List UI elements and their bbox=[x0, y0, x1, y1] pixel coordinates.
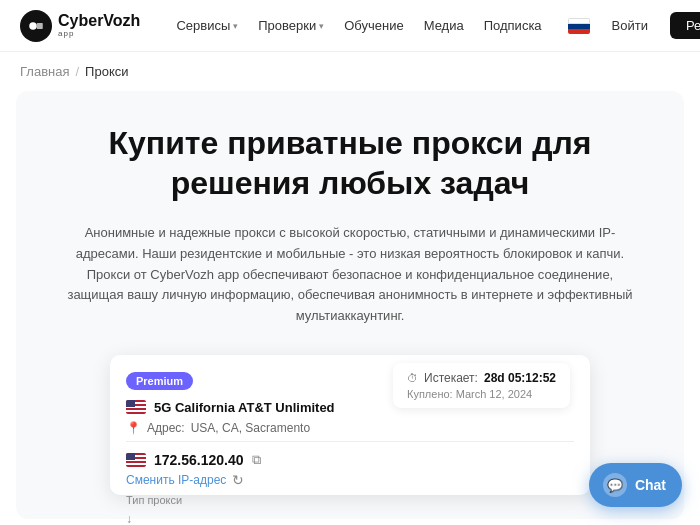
hero-description: Анонимные и надежные прокси с высокой ск… bbox=[60, 223, 640, 327]
clock-icon: ⏱ bbox=[407, 372, 418, 384]
proxy-address-row: 📍 Адрес: USA, CA, Sacramento bbox=[126, 421, 574, 435]
expires-label: Истекает: bbox=[424, 371, 478, 385]
divider-line bbox=[126, 441, 574, 442]
proxy-preview: Premium 5G California AT&T Unlimited 📍 А… bbox=[36, 355, 664, 495]
proxy-name: 5G California AT&T Unlimited bbox=[154, 400, 335, 415]
main-header: CyberVozh app Сервисы ▾ Проверки ▾ Обуче… bbox=[0, 0, 700, 52]
header-right: Войти Регистрация bbox=[568, 12, 700, 39]
breadcrumb-separator: / bbox=[75, 64, 79, 79]
breadcrumb-current: Прокси bbox=[85, 64, 128, 79]
nav-item-education[interactable]: Обучение bbox=[336, 12, 411, 39]
nav-item-media[interactable]: Медиа bbox=[416, 12, 472, 39]
chevron-down-icon: ▾ bbox=[233, 21, 238, 31]
change-ip-link[interactable]: Сменить IP-адрес bbox=[126, 473, 226, 487]
pin-icon: 📍 bbox=[126, 421, 141, 435]
svg-rect-1 bbox=[37, 23, 43, 29]
expires-panel: ⏱ Истекает: 28d 05:12:52 Куплено: March … bbox=[393, 363, 570, 408]
us-flag-icon bbox=[126, 400, 146, 414]
ip-flag-icon bbox=[126, 453, 146, 467]
language-flag[interactable] bbox=[568, 18, 590, 34]
expires-row: ⏱ Истекает: 28d 05:12:52 bbox=[407, 371, 556, 385]
chat-bubble-icon: 💬 bbox=[603, 473, 627, 497]
expires-value: 28d 05:12:52 bbox=[484, 371, 556, 385]
bought-row: Куплено: March 12, 2024 bbox=[407, 388, 556, 400]
nav-item-services[interactable]: Сервисы ▾ bbox=[168, 12, 246, 39]
address-value: USA, CA, Sacramento bbox=[191, 421, 310, 435]
bought-value: March 12, 2024 bbox=[456, 388, 532, 400]
premium-badge: Premium bbox=[126, 372, 193, 390]
logo-subtitle: app bbox=[58, 29, 140, 38]
divider bbox=[126, 441, 574, 442]
address-label: Адрес: bbox=[147, 421, 185, 435]
chat-label: Chat bbox=[635, 477, 666, 493]
register-button[interactable]: Регистрация bbox=[670, 12, 700, 39]
breadcrumb-home[interactable]: Главная bbox=[20, 64, 69, 79]
proxy-card: Premium 5G California AT&T Unlimited 📍 А… bbox=[110, 355, 590, 495]
logo-name: CyberVozh bbox=[58, 13, 140, 29]
refresh-icon[interactable]: ↻ bbox=[232, 472, 244, 488]
proxy-ip-column: 172.56.120.40 ⧉ Сменить IP-адрес ↻ Тип п… bbox=[126, 452, 261, 525]
nav-item-checks[interactable]: Проверки ▾ bbox=[250, 12, 332, 39]
bought-label: Куплено: bbox=[407, 388, 453, 400]
proxy-type-label: Тип прокси bbox=[126, 494, 261, 506]
logo[interactable]: CyberVozh app bbox=[20, 10, 140, 42]
logo-icon bbox=[20, 10, 52, 42]
login-button[interactable]: Войти bbox=[598, 13, 662, 38]
nav-item-subscription[interactable]: Подписка bbox=[476, 12, 550, 39]
breadcrumb: Главная / Прокси bbox=[0, 52, 700, 91]
copy-icon[interactable]: ⧉ bbox=[252, 452, 261, 468]
chevron-down-icon: ▾ bbox=[319, 21, 324, 31]
main-nav: Сервисы ▾ Проверки ▾ Обучение Медиа Подп… bbox=[168, 12, 549, 39]
ip-address: 172.56.120.40 bbox=[154, 452, 244, 468]
svg-point-0 bbox=[29, 22, 37, 30]
proxy-bottom: 172.56.120.40 ⧉ Сменить IP-адрес ↻ Тип п… bbox=[126, 452, 574, 525]
main-content: Купите приватные прокси для решения любы… bbox=[16, 91, 684, 519]
ip-row: 172.56.120.40 ⧉ bbox=[126, 452, 261, 468]
chat-button[interactable]: 💬 Chat bbox=[589, 463, 682, 507]
download-icon: ↓ bbox=[126, 512, 132, 525]
hero-title: Купите приватные прокси для решения любы… bbox=[36, 123, 664, 203]
